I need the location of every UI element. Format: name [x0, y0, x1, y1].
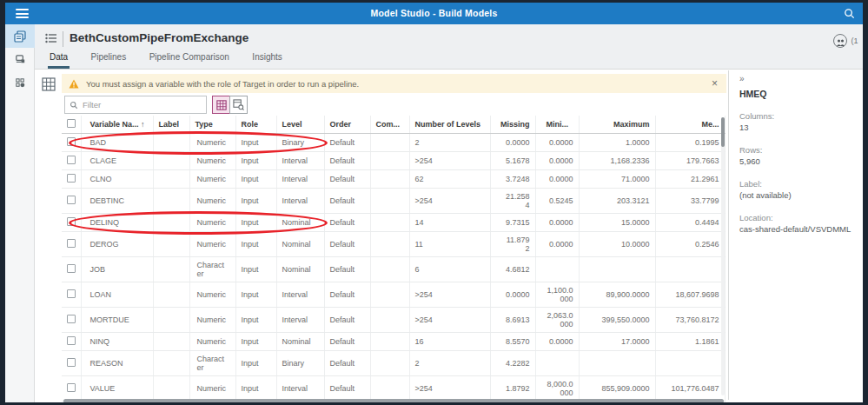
cell-min: 0.5245 — [535, 189, 579, 214]
table-view-icon[interactable] — [42, 77, 56, 91]
filter-field — [64, 96, 207, 114]
row-checkbox[interactable] — [67, 358, 76, 367]
select-all-checkbox[interactable] — [67, 119, 76, 128]
col-comment[interactable]: Com... — [370, 116, 409, 134]
tab-pipelines[interactable]: Pipelines — [89, 49, 129, 69]
table-row[interactable]: LOANNumericInputIntervalDefault>2540.000… — [62, 282, 725, 308]
cell-min: 2,063.0000 — [535, 308, 579, 333]
cell-min: 0.0000 — [535, 152, 579, 170]
cell-role: Input — [235, 308, 276, 333]
vertical-scrollbar-thumb[interactable] — [721, 117, 725, 147]
row-checkbox[interactable] — [67, 383, 76, 392]
cell-level: Interval — [276, 189, 324, 214]
table-row[interactable]: REASONCharacterInputBinaryDefault24.2282 — [62, 351, 725, 376]
table-row[interactable]: DELINQNumericInputNominalDefault149.7315… — [62, 214, 725, 232]
cell-levels: 2 — [409, 134, 490, 152]
collaborators-icon[interactable] — [833, 34, 847, 48]
col-minimum[interactable]: Mini... — [535, 116, 579, 134]
data-details-panel: » HMEQ Columns: 13 Rows: 5,960 Label: (n… — [728, 70, 863, 400]
table-row[interactable]: JOBCharacterInputNominalDefault64.6812 — [62, 257, 725, 282]
sidebar-item-models[interactable] — [5, 48, 35, 71]
col-role[interactable]: Role — [235, 116, 276, 134]
cell-levels: 16 — [409, 333, 490, 351]
table-row[interactable]: BADNumericInputBinaryDefault20.00000.000… — [62, 134, 725, 152]
vertical-scrollbar-track[interactable] — [721, 117, 725, 395]
table-header-row: Variable Na... ↑ Label Type Role Level O… — [62, 116, 725, 134]
cell-max: 203.3121 — [579, 189, 655, 214]
cell-missing: 3.7248 — [490, 170, 535, 189]
tab-data[interactable]: Data — [48, 49, 70, 69]
select-all-cell — [62, 116, 81, 134]
cell-com — [370, 282, 409, 308]
cell-min: 0.0000 — [535, 134, 579, 152]
cell-com — [370, 333, 409, 351]
cell-max — [579, 257, 655, 282]
horizontal-scrollbar-thumb[interactable] — [63, 399, 724, 403]
cell-missing: 1.8792 — [490, 376, 535, 402]
cell-levels: 11 — [409, 232, 490, 257]
cell-levels: >254 — [409, 308, 490, 333]
table-row[interactable]: CLNONumericInputIntervalDefault623.72480… — [62, 170, 725, 189]
cell-max: 399,550.0000 — [579, 308, 655, 333]
col-order[interactable]: Order — [324, 116, 370, 134]
cell-mean: 0.4494 — [655, 214, 725, 232]
cell-role: Input — [235, 134, 276, 152]
row-checkbox[interactable] — [67, 239, 76, 248]
filter-input[interactable] — [83, 100, 195, 110]
table-view-button[interactable] — [212, 96, 230, 114]
row-checkbox[interactable] — [67, 315, 76, 323]
table-row[interactable]: VALUENumericInputIntervalDefault>2541.87… — [62, 376, 725, 402]
project-list-icon[interactable] — [45, 33, 57, 43]
cell-type: Character — [189, 257, 235, 282]
col-missing[interactable]: Missing — [490, 116, 535, 134]
cell-label — [153, 282, 189, 308]
project-title: BethCustomPipeFromExchange — [70, 31, 248, 44]
row-checkbox[interactable] — [67, 156, 76, 164]
cell-max — [579, 351, 655, 376]
sidebar-item-projects[interactable] — [5, 24, 35, 48]
table-row[interactable]: MORTDUENumericInputIntervalDefault>2548.… — [62, 308, 725, 333]
detail-view-button[interactable] — [229, 96, 248, 114]
table-row[interactable]: DEBTINCNumericInputIntervalDefault>25421… — [62, 189, 725, 214]
cell-max: 89,900.0000 — [579, 282, 655, 308]
cell-type: Numeric — [189, 333, 235, 351]
cell-order: Default — [324, 134, 370, 152]
col-maximum[interactable]: Maximum — [579, 116, 655, 134]
row-checkbox[interactable] — [67, 217, 76, 226]
table-row[interactable]: NINQNumericInputNominalDefault168.55700.… — [62, 333, 725, 351]
col-level[interactable]: Level — [276, 116, 324, 134]
top-app-bar: Model Studio - Build Models — [5, 3, 863, 24]
row-checkbox[interactable] — [67, 264, 76, 273]
cell-role: Input — [235, 170, 276, 189]
col-type[interactable]: Type — [189, 116, 235, 134]
sidebar-item-exchange[interactable] — [5, 71, 35, 95]
tab-insights[interactable]: Insights — [250, 49, 283, 69]
cell-missing: 5.1678 — [490, 152, 535, 170]
table-row[interactable]: DEROGNumericInputNominalDefault1111.8792… — [62, 232, 725, 257]
warning-close-icon[interactable]: × — [712, 79, 718, 88]
col-number-of-levels[interactable]: Number of Levels — [409, 116, 490, 134]
row-checkbox[interactable] — [67, 174, 76, 183]
cell-levels: 6 — [409, 257, 490, 282]
col-mean[interactable]: Me... — [655, 116, 725, 134]
row-checkbox[interactable] — [67, 336, 76, 345]
cell-missing: 11.8792 — [490, 232, 535, 257]
projects-icon — [13, 30, 27, 43]
detail-field-location: Location: cas-shared-default/VSVDMML — [739, 212, 863, 235]
models-icon — [14, 53, 27, 66]
row-checkbox[interactable] — [67, 196, 76, 204]
cell-max: 1,168.2336 — [579, 152, 655, 170]
cell-type: Numeric — [189, 282, 235, 308]
collapse-panel-icon[interactable]: » — [739, 74, 863, 83]
search-icon[interactable] — [843, 7, 856, 20]
tab-pipeline-comparison[interactable]: Pipeline Comparison — [148, 49, 231, 69]
col-label[interactable]: Label — [153, 116, 189, 134]
collaborators[interactable]: (1 — [833, 32, 859, 48]
table-search-icon — [233, 99, 244, 110]
table-row[interactable]: CLAGENumericInputIntervalDefault>2545.16… — [62, 152, 725, 170]
row-checkbox[interactable] — [67, 137, 76, 146]
cell-label — [153, 214, 189, 232]
row-checkbox[interactable] — [67, 289, 76, 298]
col-variable-name[interactable]: Variable Na... ↑ — [81, 116, 153, 134]
filter-search-icon — [70, 101, 78, 110]
